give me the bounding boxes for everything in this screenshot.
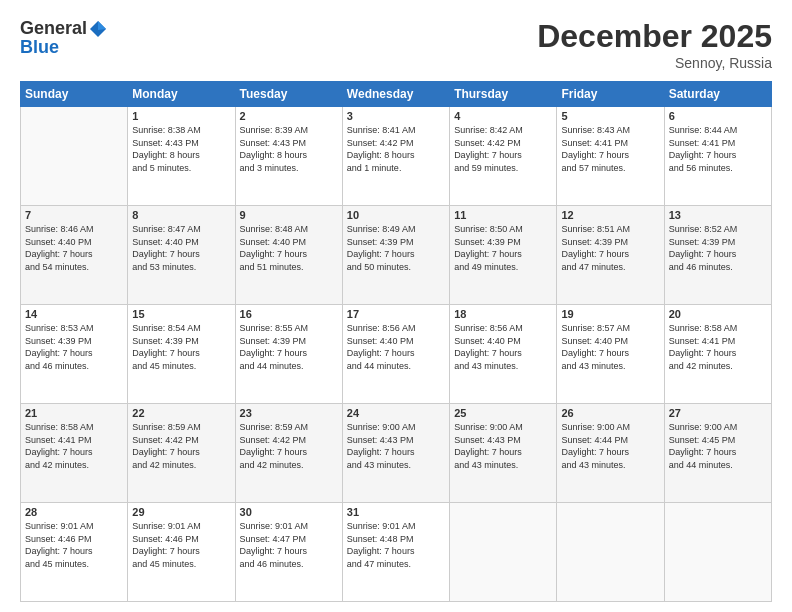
day-number: 8 [132,209,230,221]
calendar-cell: 24Sunrise: 9:00 AM Sunset: 4:43 PM Dayli… [342,404,449,503]
calendar-cell [557,503,664,602]
day-info: Sunrise: 8:44 AM Sunset: 4:41 PM Dayligh… [669,124,767,174]
calendar-cell: 6Sunrise: 8:44 AM Sunset: 4:41 PM Daylig… [664,107,771,206]
day-info: Sunrise: 8:52 AM Sunset: 4:39 PM Dayligh… [669,223,767,273]
day-info: Sunrise: 8:55 AM Sunset: 4:39 PM Dayligh… [240,322,338,372]
day-info: Sunrise: 9:00 AM Sunset: 4:43 PM Dayligh… [347,421,445,471]
day-number: 5 [561,110,659,122]
calendar-week-4: 28Sunrise: 9:01 AM Sunset: 4:46 PM Dayli… [21,503,772,602]
header-monday: Monday [128,82,235,107]
day-info: Sunrise: 8:56 AM Sunset: 4:40 PM Dayligh… [347,322,445,372]
calendar-cell: 21Sunrise: 8:58 AM Sunset: 4:41 PM Dayli… [21,404,128,503]
header-thursday: Thursday [450,82,557,107]
calendar-cell: 29Sunrise: 9:01 AM Sunset: 4:46 PM Dayli… [128,503,235,602]
day-info: Sunrise: 9:01 AM Sunset: 4:47 PM Dayligh… [240,520,338,570]
logo-blue-text: Blue [20,37,59,58]
title-block: December 2025 Sennoy, Russia [537,18,772,71]
logo-general-text: General [20,18,87,39]
calendar-cell: 31Sunrise: 9:01 AM Sunset: 4:48 PM Dayli… [342,503,449,602]
day-number: 24 [347,407,445,419]
day-info: Sunrise: 9:00 AM Sunset: 4:45 PM Dayligh… [669,421,767,471]
day-info: Sunrise: 8:53 AM Sunset: 4:39 PM Dayligh… [25,322,123,372]
day-number: 19 [561,308,659,320]
day-info: Sunrise: 8:43 AM Sunset: 4:41 PM Dayligh… [561,124,659,174]
calendar-week-3: 21Sunrise: 8:58 AM Sunset: 4:41 PM Dayli… [21,404,772,503]
day-info: Sunrise: 8:54 AM Sunset: 4:39 PM Dayligh… [132,322,230,372]
header-sunday: Sunday [21,82,128,107]
day-number: 3 [347,110,445,122]
calendar-cell: 16Sunrise: 8:55 AM Sunset: 4:39 PM Dayli… [235,305,342,404]
calendar-week-0: 1Sunrise: 8:38 AM Sunset: 4:43 PM Daylig… [21,107,772,206]
day-info: Sunrise: 8:38 AM Sunset: 4:43 PM Dayligh… [132,124,230,174]
day-number: 28 [25,506,123,518]
header: General Blue December 2025 Sennoy, Russi… [20,18,772,71]
calendar-header-row: Sunday Monday Tuesday Wednesday Thursday… [21,82,772,107]
day-number: 16 [240,308,338,320]
calendar-cell: 12Sunrise: 8:51 AM Sunset: 4:39 PM Dayli… [557,206,664,305]
page: General Blue December 2025 Sennoy, Russi… [0,0,792,612]
day-info: Sunrise: 9:00 AM Sunset: 4:43 PM Dayligh… [454,421,552,471]
day-info: Sunrise: 8:46 AM Sunset: 4:40 PM Dayligh… [25,223,123,273]
calendar-cell [664,503,771,602]
day-number: 1 [132,110,230,122]
day-number: 23 [240,407,338,419]
calendar-cell: 30Sunrise: 9:01 AM Sunset: 4:47 PM Dayli… [235,503,342,602]
header-wednesday: Wednesday [342,82,449,107]
day-number: 31 [347,506,445,518]
calendar-cell [21,107,128,206]
day-number: 21 [25,407,123,419]
calendar-cell: 15Sunrise: 8:54 AM Sunset: 4:39 PM Dayli… [128,305,235,404]
day-number: 22 [132,407,230,419]
calendar-cell: 7Sunrise: 8:46 AM Sunset: 4:40 PM Daylig… [21,206,128,305]
day-number: 18 [454,308,552,320]
logo: General Blue [20,18,107,58]
month-title: December 2025 [537,18,772,55]
logo-flag-icon [89,20,107,38]
day-info: Sunrise: 8:48 AM Sunset: 4:40 PM Dayligh… [240,223,338,273]
day-number: 11 [454,209,552,221]
day-number: 27 [669,407,767,419]
calendar-cell: 5Sunrise: 8:43 AM Sunset: 4:41 PM Daylig… [557,107,664,206]
day-info: Sunrise: 8:47 AM Sunset: 4:40 PM Dayligh… [132,223,230,273]
calendar-cell: 19Sunrise: 8:57 AM Sunset: 4:40 PM Dayli… [557,305,664,404]
calendar-cell: 3Sunrise: 8:41 AM Sunset: 4:42 PM Daylig… [342,107,449,206]
calendar-table: Sunday Monday Tuesday Wednesday Thursday… [20,81,772,602]
calendar-cell: 23Sunrise: 8:59 AM Sunset: 4:42 PM Dayli… [235,404,342,503]
day-info: Sunrise: 8:41 AM Sunset: 4:42 PM Dayligh… [347,124,445,174]
day-number: 20 [669,308,767,320]
day-number: 26 [561,407,659,419]
calendar-cell: 20Sunrise: 8:58 AM Sunset: 4:41 PM Dayli… [664,305,771,404]
calendar-cell: 14Sunrise: 8:53 AM Sunset: 4:39 PM Dayli… [21,305,128,404]
day-number: 29 [132,506,230,518]
calendar-cell: 13Sunrise: 8:52 AM Sunset: 4:39 PM Dayli… [664,206,771,305]
header-tuesday: Tuesday [235,82,342,107]
day-info: Sunrise: 8:56 AM Sunset: 4:40 PM Dayligh… [454,322,552,372]
day-info: Sunrise: 8:57 AM Sunset: 4:40 PM Dayligh… [561,322,659,372]
day-number: 9 [240,209,338,221]
day-number: 6 [669,110,767,122]
calendar-cell: 1Sunrise: 8:38 AM Sunset: 4:43 PM Daylig… [128,107,235,206]
calendar-cell: 4Sunrise: 8:42 AM Sunset: 4:42 PM Daylig… [450,107,557,206]
day-number: 4 [454,110,552,122]
calendar-cell: 18Sunrise: 8:56 AM Sunset: 4:40 PM Dayli… [450,305,557,404]
calendar-cell: 2Sunrise: 8:39 AM Sunset: 4:43 PM Daylig… [235,107,342,206]
calendar-cell: 28Sunrise: 9:01 AM Sunset: 4:46 PM Dayli… [21,503,128,602]
day-info: Sunrise: 8:50 AM Sunset: 4:39 PM Dayligh… [454,223,552,273]
calendar-cell: 22Sunrise: 8:59 AM Sunset: 4:42 PM Dayli… [128,404,235,503]
day-info: Sunrise: 9:01 AM Sunset: 4:48 PM Dayligh… [347,520,445,570]
day-number: 13 [669,209,767,221]
calendar-cell: 25Sunrise: 9:00 AM Sunset: 4:43 PM Dayli… [450,404,557,503]
header-friday: Friday [557,82,664,107]
day-number: 12 [561,209,659,221]
svg-marker-1 [98,21,106,30]
day-info: Sunrise: 9:00 AM Sunset: 4:44 PM Dayligh… [561,421,659,471]
calendar-week-2: 14Sunrise: 8:53 AM Sunset: 4:39 PM Dayli… [21,305,772,404]
header-saturday: Saturday [664,82,771,107]
calendar-cell: 27Sunrise: 9:00 AM Sunset: 4:45 PM Dayli… [664,404,771,503]
calendar-cell: 9Sunrise: 8:48 AM Sunset: 4:40 PM Daylig… [235,206,342,305]
calendar-cell: 17Sunrise: 8:56 AM Sunset: 4:40 PM Dayli… [342,305,449,404]
calendar-cell [450,503,557,602]
calendar-cell: 26Sunrise: 9:00 AM Sunset: 4:44 PM Dayli… [557,404,664,503]
location: Sennoy, Russia [537,55,772,71]
day-info: Sunrise: 8:58 AM Sunset: 4:41 PM Dayligh… [25,421,123,471]
